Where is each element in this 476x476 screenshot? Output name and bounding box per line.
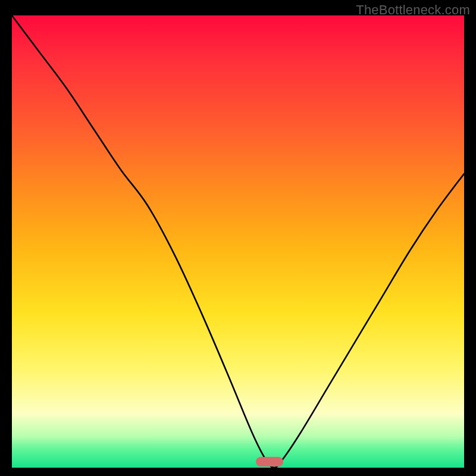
optimal-marker (256, 457, 283, 466)
watermark-text: TheBottleneck.com (356, 2, 470, 18)
chart-frame: TheBottleneck.com (0, 0, 476, 476)
plot-area (12, 15, 464, 468)
bottleneck-curve (12, 15, 464, 468)
